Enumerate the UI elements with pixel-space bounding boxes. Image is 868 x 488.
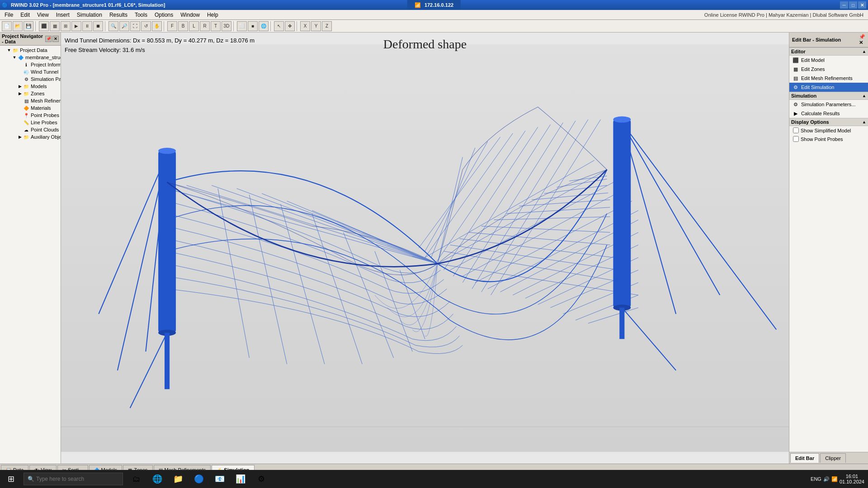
chrome-icon: 🔵 (194, 474, 204, 484)
tb-zoom-in[interactable]: 🔍 (108, 21, 118, 31)
search-box[interactable]: 🔍 (24, 473, 123, 485)
taskbar-app2[interactable]: ⚙ (251, 470, 271, 488)
right-pin[interactable]: 📌 (859, 34, 865, 40)
tree-project-data[interactable]: ▼ 📁 Project Data (0, 47, 61, 54)
menu-insert[interactable]: Insert (52, 11, 73, 19)
tb-solid[interactable]: ■ (248, 21, 258, 31)
nav-header: Project Navigator - Data 📌 ✕ (0, 33, 61, 46)
menu-file[interactable]: File (1, 11, 17, 19)
tb-front[interactable]: F (167, 21, 177, 31)
taskbar-folder[interactable]: 📁 (168, 470, 188, 488)
nav-close[interactable]: ✕ (52, 36, 59, 42)
network-bar: 📶 172.16.0.122 (407, 0, 461, 10)
tree-membrane[interactable]: ▼ 🔷 membrane_structure1 (0, 54, 61, 61)
tb-axis-z[interactable]: Z (322, 21, 332, 31)
main-layout: Project Navigator - Data 📌 ✕ ▼ 📁 Project… (0, 33, 868, 464)
right-sim-params[interactable]: ⚙ Simulation Parameters... (789, 100, 868, 109)
tree-project-info[interactable]: ℹ Project Information (0, 61, 61, 68)
menu-simulation[interactable]: Simulation (73, 11, 106, 19)
tb-wire[interactable]: ⬜ (237, 21, 247, 31)
display-collapse-icon[interactable]: ▲ (862, 120, 866, 124)
tb-axis-y[interactable]: Y (311, 21, 321, 31)
nav-pin[interactable]: 📌 (45, 36, 52, 42)
tree-point-clouds[interactable]: ☁ Point Clouds (0, 126, 61, 133)
tb-back[interactable]: B (178, 21, 188, 31)
point-probes-checkbox[interactable] (793, 136, 799, 142)
tb-axis-x[interactable]: X (300, 21, 310, 31)
right-calc-results[interactable]: ▶ Calculate Results (789, 109, 868, 118)
tb-rotate[interactable]: ↺ (141, 21, 151, 31)
menu-options[interactable]: Options (151, 11, 177, 19)
tree-point-probes[interactable]: 📍 Point Probes (0, 112, 61, 119)
tb-select[interactable]: ↖ (274, 21, 284, 31)
tray-language: ENG (811, 476, 821, 482)
folder-icon: 📁 (23, 134, 30, 140)
menu-tools[interactable]: Tools (131, 11, 151, 19)
right-tab-edit-bar[interactable]: Edit Bar (790, 453, 819, 463)
start-button[interactable]: ⊞ (0, 470, 22, 488)
tree-label-membrane: membrane_structure1 (25, 55, 61, 60)
tb-render[interactable]: 🌐 (259, 21, 269, 31)
leaf-icon (17, 98, 23, 103)
tb-left[interactable]: L (189, 21, 199, 31)
close-button[interactable]: ✕ (858, 1, 866, 9)
tree-materials[interactable]: 🔶 Materials (0, 104, 61, 112)
taskbar-explorer[interactable]: 🗂 (127, 470, 146, 488)
menu-window[interactable]: Window (177, 11, 203, 19)
search-icon: 🔍 (28, 476, 34, 482)
viewport[interactable]: Wind Tunnel Dimensions: Dx = 80.553 m, D… (61, 33, 789, 464)
tb-btn5[interactable]: ⏸ (82, 21, 92, 31)
taskbar-outlook[interactable]: 📧 (210, 470, 230, 488)
taskbar-app1[interactable]: 📊 (231, 470, 250, 488)
leaf-icon (17, 127, 23, 132)
tree-zones[interactable]: ▶ 📁 Zones (0, 90, 61, 97)
tb-right[interactable]: R (200, 21, 210, 31)
tb-btn3[interactable]: ⊞ (61, 21, 71, 31)
tb-save[interactable]: 💾 (24, 21, 33, 31)
tb-fit[interactable]: ⛶ (130, 21, 140, 31)
tb-iso[interactable]: 3D (222, 21, 231, 31)
right-close[interactable]: ✕ (859, 40, 865, 46)
right-edit-simulation[interactable]: ⚙ Edit Simulation (789, 83, 868, 92)
tb-btn1[interactable]: ⬛ (39, 21, 49, 31)
minimize-button[interactable]: ─ (840, 1, 848, 9)
right-edit-mesh[interactable]: ▤ Edit Mesh Refinements (789, 74, 868, 83)
canvas-area[interactable] (61, 33, 789, 464)
search-input[interactable] (36, 476, 119, 482)
menu-view[interactable]: View (33, 11, 52, 19)
right-edit-zones[interactable]: ▦ Edit Zones (789, 65, 868, 74)
tb-btn4[interactable]: ▶ (71, 21, 81, 31)
menu-bar: File Edit View Insert Simulation Results… (0, 10, 868, 20)
app-icon: 🔵 (2, 2, 8, 8)
simulation-section-header: Simulation ▲ (789, 92, 868, 100)
tree-line-probes[interactable]: 📏 Line Probes (0, 119, 61, 126)
tree-models[interactable]: ▶ 📁 Models (0, 83, 61, 90)
tb-zoom-out[interactable]: 🔎 (119, 21, 129, 31)
tree-sim-params[interactable]: ⚙ Simulation Parameters (0, 75, 61, 83)
tree-mesh[interactable]: ▤ Mesh Refinements (0, 97, 61, 104)
svg-rect-1 (158, 151, 176, 333)
tree-auxiliary[interactable]: ▶ 📁 Auxiliary Objects (0, 133, 61, 141)
tree-wind-tunnel[interactable]: 💨 Wind Tunnel (0, 68, 61, 75)
tb-move[interactable]: ✥ (285, 21, 295, 31)
tb-btn2[interactable]: ▦ (50, 21, 60, 31)
tb-top[interactable]: T (211, 21, 221, 31)
tb-pan[interactable]: ✋ (152, 21, 162, 31)
menu-results[interactable]: Results (106, 11, 131, 19)
sim-collapse-icon[interactable]: ▲ (862, 94, 866, 98)
tb-new[interactable]: 📄 (2, 21, 12, 31)
display-point-probes[interactable]: Show Point Probes (789, 135, 868, 143)
taskbar-edge[interactable]: 🌐 (147, 470, 167, 488)
taskbar-chrome[interactable]: 🔵 (189, 470, 209, 488)
simplified-model-checkbox[interactable] (793, 127, 799, 133)
menu-edit[interactable]: Edit (17, 11, 33, 19)
menu-help[interactable]: Help (203, 11, 222, 19)
expand-icon: ▼ (6, 47, 12, 53)
tb-btn6[interactable]: ⏹ (93, 21, 103, 31)
display-simplified-model[interactable]: Show Simplified Model (789, 126, 868, 135)
right-edit-model[interactable]: ⬛ Edit Model (789, 56, 868, 65)
maximize-button[interactable]: □ (849, 1, 857, 9)
editor-collapse-icon[interactable]: ▲ (862, 49, 866, 54)
right-tab-clipper[interactable]: Clipper (820, 453, 846, 463)
tb-open[interactable]: 📂 (13, 21, 23, 31)
